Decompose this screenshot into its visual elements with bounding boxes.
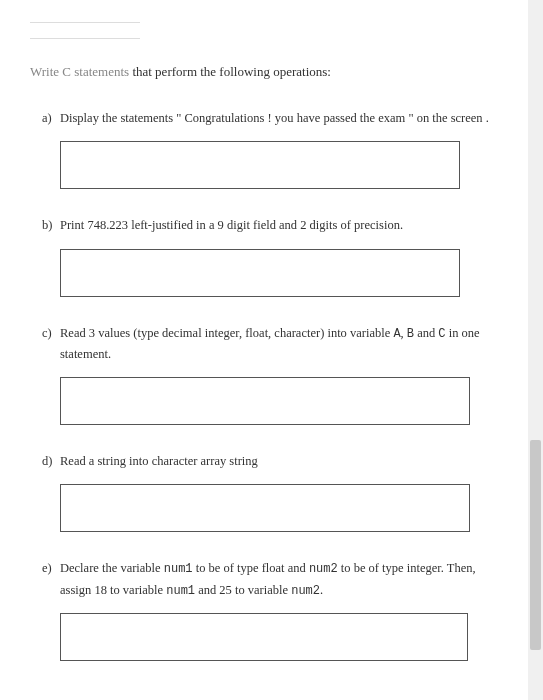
q-e-mid1: to be of type float and — [193, 561, 309, 575]
scrollbar-thumb[interactable] — [530, 440, 541, 650]
question-e-text: Declare the variable num1 to be of type … — [60, 558, 498, 601]
question-b-label: b) — [42, 215, 60, 236]
q-c-code-c: C — [438, 327, 445, 341]
question-c-text: Read 3 values (type decimal integer, flo… — [60, 323, 498, 366]
q-e-code2: num2 — [309, 562, 338, 576]
question-d: d) Read a string into character array st… — [42, 451, 498, 532]
question-d-label: d) — [42, 451, 60, 472]
question-d-text: Read a string into character array strin… — [60, 451, 498, 472]
question-e: e) Declare the variable num1 to be of ty… — [42, 558, 498, 661]
instruction-line: Write C statements that perform the foll… — [30, 64, 498, 80]
answer-box-c — [60, 377, 470, 425]
answer-box-b — [60, 249, 460, 297]
q-e-mid3: and 25 to variable — [195, 583, 291, 597]
answer-box-d — [60, 484, 470, 532]
answer-box-a — [60, 141, 460, 189]
question-b-text: Print 748.223 left-justified in a 9 digi… — [60, 215, 498, 236]
q-c-code-a: A — [393, 327, 400, 341]
q-c-code-b: B — [407, 327, 414, 341]
q-e-before: Declare the variable — [60, 561, 164, 575]
q-e-code3: num1 — [166, 584, 195, 598]
answer-box-e — [60, 613, 468, 661]
instruction-rest: that perform the following operations: — [129, 64, 331, 79]
q-e-code1: num1 — [164, 562, 193, 576]
q-c-before: Read 3 values (type decimal integer, flo… — [60, 326, 393, 340]
question-c: c) Read 3 values (type decimal integer, … — [42, 323, 498, 426]
question-a-label: a) — [42, 108, 60, 129]
instruction-light: Write C statements — [30, 64, 129, 79]
header-rule — [30, 30, 140, 39]
question-b: b) Print 748.223 left-justified in a 9 d… — [42, 215, 498, 296]
question-e-label: e) — [42, 558, 60, 579]
q-e-after: . — [320, 583, 323, 597]
q-c-mid2: and — [414, 326, 438, 340]
q-e-code4: num2 — [291, 584, 320, 598]
question-a: a) Display the statements " Congratulati… — [42, 108, 498, 189]
question-a-text: Display the statements " Congratulations… — [60, 108, 498, 129]
scrollbar-track[interactable] — [528, 0, 543, 700]
question-c-label: c) — [42, 323, 60, 344]
document-page: Write C statements that perform the foll… — [0, 0, 528, 700]
